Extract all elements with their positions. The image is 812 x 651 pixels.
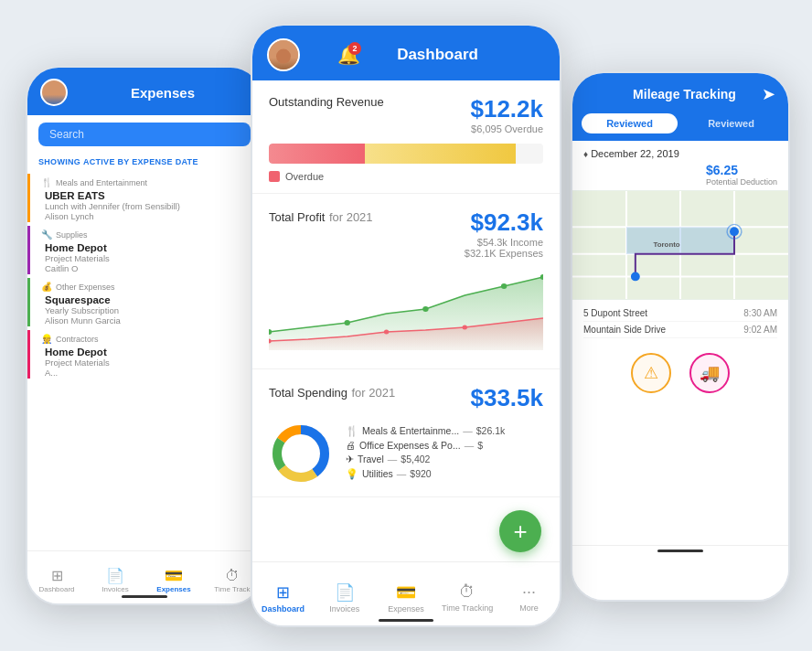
- revenue-bar-pending: [365, 144, 516, 164]
- contractors-icon: 👷: [41, 334, 52, 344]
- list-item[interactable]: UBER EATS Lunch with Jennifer (from Sens…: [30, 189, 262, 222]
- invoices-icon: 📄: [106, 567, 124, 584]
- deduction-row: $6.25 Potential Deduction: [572, 163, 788, 190]
- list-item[interactable]: Home Depot Project Materials Caitlin O: [30, 241, 262, 274]
- svg-point-3: [501, 283, 507, 289]
- donut-chart: [269, 422, 333, 486]
- svg-point-2: [422, 306, 428, 312]
- warning-icon[interactable]: ⚠: [631, 353, 671, 393]
- nav-dashboard[interactable]: ⊞ Dashboard: [252, 575, 314, 614]
- spending-year: for 2021: [351, 386, 395, 400]
- profit-title: Total Profit: [269, 210, 325, 224]
- svg-point-6: [384, 330, 389, 335]
- profit-section: Total Profit for 2021 $92.3k $54.3k Inco…: [252, 194, 560, 369]
- avatar: [40, 79, 68, 106]
- mileage-tabs: Reviewed Reviewed: [572, 113, 788, 141]
- list-item[interactable]: Squarespace Yearly Subscription Alison M…: [30, 293, 262, 326]
- filter-label: SHOWING ACTIVE BY EXPENSE DATE: [27, 154, 262, 170]
- profit-income: $54.3k Income: [465, 237, 543, 248]
- profit-chart: [269, 268, 543, 350]
- spending-items: 🍴 Meals & Entertainme... — $26.1k 🖨 Offi…: [346, 425, 543, 483]
- dashboard-body: Outstanding Revenue $12.2k $6,095 Overdu…: [252, 80, 560, 563]
- spending-item: 🖨 Office Expenses & Po... — $: [346, 440, 543, 451]
- address-row: 5 Dupont Street 8:30 AM: [583, 305, 777, 322]
- trip-date: ♦ December 22, 2019: [572, 141, 788, 163]
- group-name: Meals and Entertainment: [56, 178, 147, 187]
- address-time: 8:30 AM: [743, 308, 777, 318]
- expenses-phone: Expenses Search SHOWING ACTIVE BY EXPENS…: [26, 66, 263, 605]
- spending-item-label: Travel: [358, 454, 384, 464]
- nav-expenses[interactable]: 💳 Expenses: [375, 575, 436, 614]
- spending-section: Total Spending for 2021 $33.5k: [252, 369, 560, 497]
- expense-group-meals: 🍴 Meals and Entertainment UBER EATS Lunc…: [27, 174, 262, 222]
- nav-more[interactable]: ··· More: [498, 575, 560, 613]
- truck-icon[interactable]: 🚚: [689, 353, 730, 393]
- revenue-section: Outstanding Revenue $12.2k $6,095 Overdu…: [252, 80, 560, 194]
- spending-item: 💡 Utilities — $920: [346, 468, 543, 480]
- overdue-amount: $6,095 Overdue: [470, 123, 543, 134]
- meals-spend-icon: 🍴: [346, 425, 358, 437]
- nav-invoices[interactable]: 📄 Invoices: [314, 575, 375, 614]
- left-bottom-nav: ⊞ Dashboard 📄 Invoices 💳 Expenses ⏱ Time…: [27, 550, 262, 603]
- spending-detail: 🍴 Meals & Entertainme... — $26.1k 🖨 Offi…: [269, 422, 543, 486]
- dashboard-nav-icon: ⊞: [276, 582, 290, 603]
- send-icon[interactable]: ➤: [762, 84, 775, 104]
- mileage-title: Mileage Tracking: [633, 87, 736, 101]
- tab-reviewed[interactable]: Reviewed: [683, 113, 779, 133]
- mileage-body: ♦ December 22, 2019 $6.25 Potential Dedu…: [572, 141, 788, 527]
- utilities-spend-icon: 💡: [346, 468, 358, 480]
- home-indicator: [122, 595, 167, 598]
- profit-year: for 2021: [329, 210, 373, 224]
- dashboard-phone: 🔔 2 Dashboard Outstanding Revenue $12.2k…: [251, 24, 561, 627]
- group-name: Supplies: [56, 230, 88, 240]
- spending-item-label: Meals & Entertainme...: [362, 425, 459, 436]
- svg-point-22: [631, 272, 640, 282]
- revenue-title: Outstanding Revenue: [269, 95, 384, 109]
- street-address: Mountain Side Drive: [583, 325, 666, 335]
- office-spend-icon: 🖨: [346, 440, 356, 451]
- revenue-bar-overdue: [269, 144, 365, 164]
- address-list: 5 Dupont Street 8:30 AM Mountain Side Dr…: [572, 300, 788, 344]
- search-bar[interactable]: Search: [38, 123, 251, 146]
- expense-group-other: 💰 Other Expenses Squarespace Yearly Subs…: [27, 278, 262, 326]
- street-address: 5 Dupont Street: [583, 308, 647, 318]
- deduction-label: Potential Deduction: [706, 177, 777, 187]
- tab-unreviewed[interactable]: Reviewed: [582, 113, 678, 133]
- spending-item: ✈ Travel — $5,402: [346, 454, 543, 465]
- other-icon: 💰: [41, 282, 52, 292]
- svg-point-7: [463, 326, 467, 330]
- expense-group-contractors: 👷 Contractors Home Depot Project Materia…: [27, 330, 262, 379]
- address-time: 9:02 AM: [743, 325, 777, 335]
- address-row: Mountain Side Drive 9:02 AM: [583, 322, 777, 338]
- avatar: [267, 38, 300, 71]
- expenses-title: Expenses: [77, 85, 249, 101]
- home-indicator: [379, 619, 433, 622]
- group-name: Other Expenses: [56, 283, 115, 292]
- notification-bell[interactable]: 🔔 2: [334, 40, 363, 69]
- fab-button[interactable]: +: [499, 510, 541, 552]
- expenses-header: Expenses: [27, 68, 262, 115]
- left-nav-invoices[interactable]: 📄 Invoices: [86, 561, 144, 593]
- left-nav-expenses[interactable]: 💳 Expenses: [144, 561, 203, 593]
- invoices-nav-icon: 📄: [335, 582, 355, 603]
- left-nav-dashboard[interactable]: ⊞ Dashboard: [27, 561, 86, 593]
- action-icons: ⚠ 🚚: [572, 344, 788, 402]
- deduction-amount: $6.25: [706, 163, 777, 177]
- timetracking-nav-icon: ⏱: [459, 582, 475, 602]
- revenue-bar: [269, 144, 543, 164]
- dashboard-header: 🔔 2 Dashboard: [252, 26, 560, 80]
- map-view: Toronto: [572, 190, 788, 300]
- overdue-legend: Overdue: [269, 171, 543, 182]
- more-nav-icon: ···: [522, 582, 536, 602]
- expenses-icon: 💳: [165, 567, 183, 584]
- spending-amount: $33.5k: [470, 384, 543, 412]
- search-placeholder: Search: [49, 128, 84, 141]
- nav-timetracking[interactable]: ⏱ Time Tracking: [437, 575, 498, 613]
- travel-spend-icon: ✈: [346, 454, 354, 465]
- profit-expenses: $32.1K Expenses: [465, 248, 543, 259]
- mileage-phone: Mileage Tracking ➤ Reviewed Reviewed ♦ D…: [571, 71, 790, 602]
- meals-icon: 🍴: [41, 177, 52, 187]
- profit-amount: $92.3k: [465, 208, 543, 237]
- list-item[interactable]: Home Depot Project Materials A...: [30, 346, 262, 379]
- right-home-indicator: [657, 550, 703, 552]
